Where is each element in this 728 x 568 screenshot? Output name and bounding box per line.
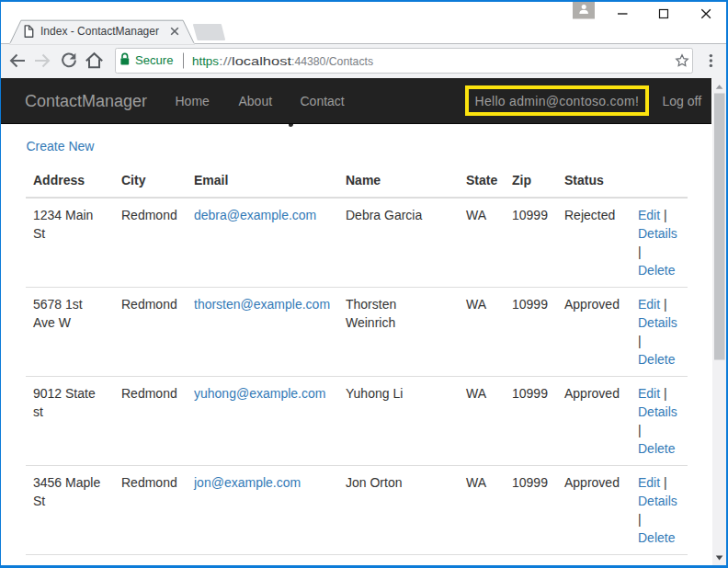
svg-text:https://localhost:44380/Contac: https://localhost:44380/Contacts xyxy=(192,54,373,68)
svg-text:Secure: Secure xyxy=(135,54,174,67)
svg-text:Index - ContactManager: Index - ContactManager xyxy=(40,25,159,38)
